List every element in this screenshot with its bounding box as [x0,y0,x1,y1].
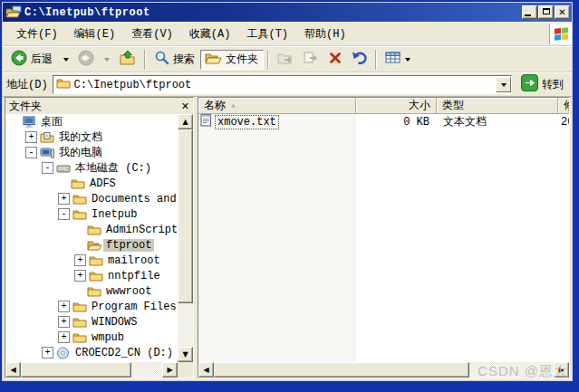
scrollbar-thumb[interactable] [214,362,469,378]
tree-item[interactable]: +我的文档 [5,129,178,145]
column-header-0[interactable]: 名称▲ [198,98,356,114]
tree-horizontal-scrollbar[interactable]: ◀ ▶ [5,362,178,378]
maximize-button[interactable] [538,5,554,19]
forward-button[interactable] [73,50,99,70]
expand-plus-icon[interactable]: + [74,254,86,266]
move-to-icon [277,51,294,68]
tree-item[interactable]: -本地磁盘 (C:) [5,160,178,176]
tree-item[interactable]: wwwroot [5,283,178,299]
up-button[interactable] [114,50,140,70]
scroll-right-button[interactable]: ▶ [162,362,178,378]
scroll-left-button[interactable]: ◀ [5,362,21,378]
tree-item-label[interactable]: wmpub [89,331,127,344]
tree-item[interactable]: +WINDOWS [5,314,178,330]
tree-item[interactable]: -Inetpub [5,206,178,222]
go-button[interactable]: 转到 [516,75,568,95]
file-row[interactable]: xmove.txt0 KB文本文档2022 [198,114,569,129]
tree-item[interactable]: -我的电脑 [5,145,178,160]
tree-item[interactable]: ftproot [5,237,178,253]
scroll-up-button[interactable]: ▲ [178,114,193,129]
copy-to-button[interactable] [298,50,323,70]
tree-item-label[interactable]: 我的文档 [56,129,105,145]
tree-item-label[interactable]: 桌面 [38,114,65,129]
tree-item-label[interactable]: ADFS [87,177,119,190]
folder-icon [89,270,105,282]
scroll-left-button[interactable]: ◀ [198,362,214,378]
file-name[interactable]: xmove.txt [215,115,279,129]
search-label: 搜索 [173,52,196,67]
forward-dropdown[interactable] [99,50,114,70]
collapse-minus-icon[interactable]: - [58,208,70,220]
expand-plus-icon[interactable]: + [58,301,70,312]
tree-item-label[interactable]: Program Files [89,301,178,313]
expand-plus-icon[interactable]: + [42,347,53,359]
expand-plus-icon[interactable]: + [74,270,86,282]
minimize-button[interactable] [522,5,537,19]
search-button[interactable]: 搜索 [150,50,200,70]
tree-item-label[interactable]: wwwroot [103,285,154,298]
folder-icon [72,331,89,343]
views-button[interactable] [381,50,415,70]
scrollbar-track[interactable] [178,303,193,347]
tree-item[interactable]: +CROECD2_CN (D:) [5,345,178,360]
delete-button[interactable] [323,50,347,70]
menu-item-3[interactable]: 收藏(A) [181,24,239,44]
folder-icon [72,208,89,220]
tree-item-label[interactable]: 本地磁盘 (C:) [72,160,154,176]
folders-panel-close-button[interactable]: ✕ [181,100,189,112]
menu-item-0[interactable]: 文件(F) [8,24,66,44]
scrollbar-track[interactable] [131,362,162,378]
tree-item-label[interactable]: WINDOWS [89,316,140,329]
menu-item-1[interactable]: 编辑(E) [66,24,124,44]
file-name-cell[interactable]: xmove.txt [198,113,356,130]
tree-item[interactable]: +Program Files [5,299,178,314]
expand-plus-icon[interactable]: + [58,316,70,328]
menu-item-4[interactable]: 工具(T) [238,24,296,44]
address-field[interactable]: C:\Inetpub\ftproot [53,75,512,94]
tree-item-label[interactable]: nntpfile [105,270,163,282]
folders-panel: 文件夹 ✕ 桌面+我的文档-我的电脑-本地磁盘 (C:)ADFS+Documen… [5,97,194,378]
scrollbar-thumb[interactable] [21,362,131,378]
tree-item[interactable]: +wmpub [5,330,178,345]
expand-plus-icon[interactable]: + [58,193,70,205]
folders-button[interactable]: 文件夹 [200,50,264,70]
tree-item-label[interactable]: ftproot [103,239,154,252]
address-dropdown-button[interactable] [496,77,511,92]
scroll-down-button[interactable]: ▼ [178,347,193,362]
folder-icon [87,224,103,235]
tree-vertical-scrollbar[interactable]: ▲ ▼ [178,114,193,362]
tree-item-label[interactable]: 我的电脑 [56,145,105,160]
tree-item[interactable]: 桌面 [5,114,178,129]
tree-item[interactable]: AdminScripts [5,222,178,237]
expand-plus-icon[interactable]: + [58,331,70,343]
expand-plus-icon[interactable]: + [25,131,37,143]
collapse-minus-icon[interactable]: - [42,162,53,174]
tree-item-label[interactable]: AdminScripts [103,224,178,236]
column-header-3[interactable]: 修改 [558,98,570,114]
address-label: 地址(D) [6,77,48,92]
close-button[interactable]: ✕ [555,5,570,19]
tree-item[interactable]: ADFS [5,176,178,191]
tree-item-label[interactable]: Documents and Se [89,193,178,206]
column-header-1[interactable]: 大小 [356,98,437,114]
move-to-button[interactable] [273,50,298,70]
collapse-minus-icon[interactable]: - [25,147,37,158]
folder-icon [72,193,89,205]
tree-item[interactable]: +Documents and Se [5,191,178,206]
back-button[interactable]: 后退 [6,50,58,70]
tree-item-label[interactable]: mailroot [105,254,163,267]
back-dropdown[interactable] [58,50,73,70]
tree-item-label[interactable]: CROECD2_CN (D:) [72,347,176,359]
tree-item-label[interactable]: Inetpub [89,208,140,221]
menu-item-2[interactable]: 查看(V) [123,24,181,44]
toolbar-separator [375,50,377,70]
menu-item-5[interactable]: 帮助(H) [296,24,354,44]
column-header-2[interactable]: 类型 [437,98,558,114]
sort-ascending-icon: ▲ [231,101,236,110]
tree-item[interactable]: +mailroot [5,253,178,268]
toolbar-separator [267,50,269,70]
tree-item[interactable]: +nntpfile [5,268,178,283]
scrollbar-thumb[interactable] [178,129,193,303]
address-input[interactable]: C:\Inetpub\ftproot [71,79,496,91]
undo-button[interactable] [347,50,372,70]
